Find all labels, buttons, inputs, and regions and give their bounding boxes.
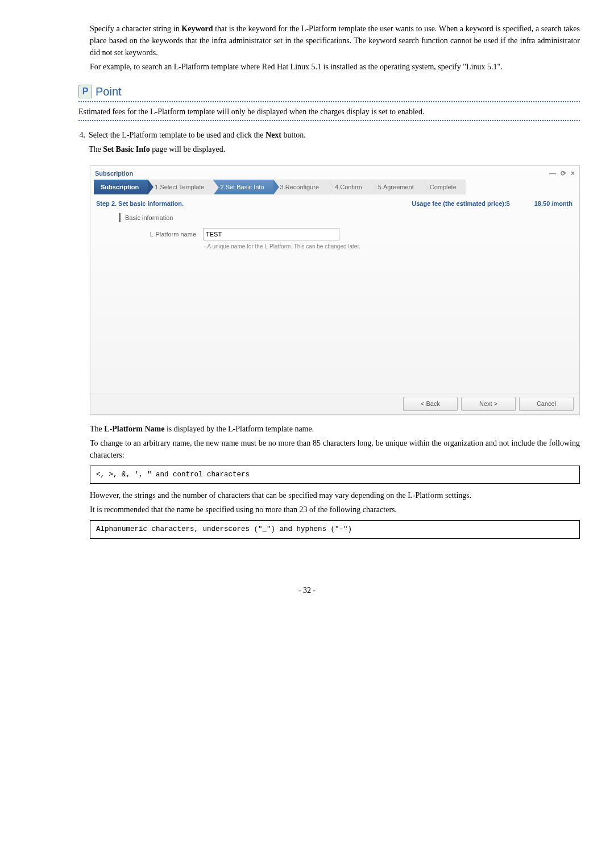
wizard-tab-set-basic-info[interactable]: 2.Set Basic Info: [213, 180, 273, 194]
point-icon: P: [78, 85, 92, 98]
basic-information-section-title: Basic information: [119, 213, 563, 223]
dotted-divider: [78, 101, 580, 102]
wizard-tab-confirm[interactable]: 4.Confirm: [328, 180, 371, 194]
paragraph-keyword: Specify a character string in Keyword th…: [90, 23, 580, 59]
code-block-valid-chars: Alphanumeric characters, underscores ("_…: [90, 520, 580, 539]
keyword-bold: Keyword: [181, 24, 213, 33]
set-basic-info-bold: Set Basic Info: [103, 145, 150, 153]
close-icon[interactable]: ×: [571, 168, 575, 178]
usage-fee-price: 18.50 /month: [534, 200, 572, 207]
body-spacer: [90, 251, 579, 393]
step4-line1: Select the L-Platform template to be use…: [89, 129, 580, 141]
maximize-icon[interactable]: ⟳: [561, 168, 566, 178]
text: button.: [281, 131, 306, 139]
page-number: - 32 -: [34, 584, 580, 596]
wizard-tabs: Subscription 1.Select Template 2.Set Bas…: [94, 180, 576, 194]
list-number: 4.: [68, 129, 89, 157]
text: Select the L-Platform template to be use…: [89, 131, 265, 139]
back-button[interactable]: < Back: [403, 397, 458, 411]
lplatform-name-bold: L-Platform Name: [104, 425, 164, 433]
minimize-icon[interactable]: —: [549, 168, 556, 178]
text: page will be displayed.: [150, 145, 226, 153]
text: The: [89, 145, 103, 153]
lplatform-name-input[interactable]: [203, 228, 339, 240]
wizard-tab-select-template[interactable]: 1.Select Template: [148, 180, 213, 194]
usage-fee-label: Usage fee (the estimated price):$: [412, 200, 509, 207]
lplatform-name-hint: - A unique name for the L-Platform. This…: [204, 242, 579, 251]
wizard-tab-complete[interactable]: Complete: [423, 180, 466, 194]
name-restrictions-paragraph: To change to an arbitrary name, the new …: [90, 437, 580, 461]
window-title: Subscription: [95, 169, 133, 178]
lplatform-name-label: L-Platform name: [122, 230, 203, 239]
point-header: P Point: [78, 83, 580, 100]
point-icon-letter: P: [82, 85, 89, 98]
code-block-invalid-chars: <, >, &, ', " and control characters: [90, 466, 580, 484]
wizard-footer: < Back Next > Cancel: [90, 393, 579, 414]
text: The: [90, 425, 104, 433]
lplatform-name-row: L-Platform name: [122, 228, 579, 240]
cancel-button[interactable]: Cancel: [519, 397, 574, 411]
however-paragraph: However, the strings and the number of c…: [90, 489, 580, 501]
lplatform-name-paragraph: The L-Platform Name is displayed by the …: [90, 423, 580, 435]
point-text: Estimated fees for the L-Platform templa…: [78, 106, 580, 118]
window-titlebar: Subscription — ⟳ ×: [90, 166, 579, 180]
text: is displayed by the L-Platform template …: [164, 425, 314, 433]
step4-line2: The Set Basic Info page will be displaye…: [89, 143, 580, 155]
wizard-tab-reconfigure[interactable]: 3.Reconfigure: [273, 180, 329, 194]
text: Specify a character string in: [90, 24, 181, 33]
step-label: Step 2. Set basic information.: [96, 199, 184, 209]
list-item-4: 4. Select the L-Platform template to be …: [34, 129, 580, 157]
wizard-tab-agreement[interactable]: 5.Agreement: [371, 180, 423, 194]
wizard-tab-subscription: Subscription: [94, 180, 148, 194]
paragraph-example: For example, to search an L-Platform tem…: [90, 61, 580, 73]
point-label: Point: [96, 83, 122, 100]
dotted-divider: [78, 120, 580, 121]
step-row: Step 2. Set basic information. Usage fee…: [90, 194, 579, 213]
next-button[interactable]: Next >: [461, 397, 516, 411]
subscription-window: Subscription — ⟳ × Subscription 1.Select…: [90, 165, 580, 415]
next-bold: Next: [265, 131, 281, 139]
recommended-paragraph: It is recommended that the name be speci…: [90, 504, 580, 516]
